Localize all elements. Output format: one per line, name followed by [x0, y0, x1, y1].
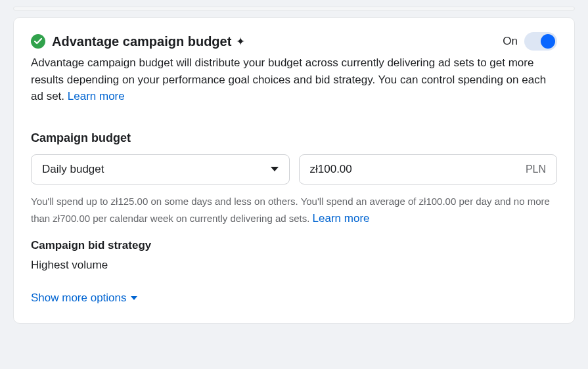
toggle-group: On	[503, 32, 557, 51]
currency-label: PLN	[526, 163, 546, 175]
chevron-down-icon	[131, 296, 137, 300]
advantage-campaign-budget-card: Advantage campaign budget ✦ On Advantage…	[13, 17, 575, 324]
budget-learn-more-link[interactable]: Learn more	[313, 212, 370, 225]
learn-more-link[interactable]: Learn more	[68, 90, 125, 102]
toggle-state-label: On	[503, 35, 518, 48]
title-group: Advantage campaign budget ✦	[31, 34, 245, 49]
budget-help-text: You'll spend up to zł125.00 on some days…	[31, 194, 557, 227]
budget-help-body: You'll spend up to zł125.00 on some days…	[31, 196, 550, 224]
card-title: Advantage campaign budget	[52, 34, 231, 49]
advantage-budget-toggle[interactable]	[524, 32, 557, 51]
card-header: Advantage campaign budget ✦ On	[31, 32, 557, 51]
card-description: Advantage campaign budget will distribut…	[31, 54, 557, 105]
sparkle-icon: ✦	[236, 35, 245, 49]
budget-input-row: Daily budget PLN	[31, 154, 557, 185]
previous-card-edge	[13, 7, 575, 11]
budget-type-select[interactable]: Daily budget	[31, 154, 290, 185]
budget-amount-field-wrapper: PLN	[299, 154, 558, 185]
check-circle-icon	[31, 34, 45, 49]
bid-strategy-value: Highest volume	[31, 259, 557, 272]
show-more-label: Show more options	[31, 292, 127, 305]
toggle-knob	[541, 34, 555, 49]
bid-strategy-label: Campaign bid strategy	[31, 239, 557, 252]
campaign-budget-label: Campaign budget	[31, 131, 557, 145]
budget-type-value: Daily budget	[42, 163, 104, 176]
budget-amount-input[interactable]	[310, 163, 520, 176]
caret-down-icon	[271, 167, 279, 171]
show-more-options-button[interactable]: Show more options	[31, 292, 557, 305]
